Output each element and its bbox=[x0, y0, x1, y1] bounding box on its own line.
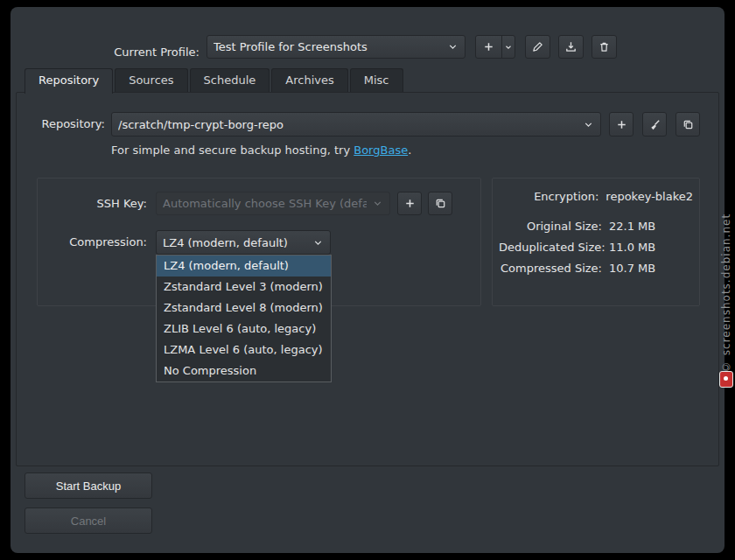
add-profile-button[interactable] bbox=[475, 35, 502, 59]
repository-select[interactable]: /scratch/tmp-crypt-borg-repo bbox=[111, 112, 601, 136]
compression-option-lzma6[interactable]: LZMA Level 6 (auto, legacy) bbox=[157, 340, 331, 360]
repository-label: Repository: bbox=[18, 112, 105, 136]
borgbase-link[interactable]: BorgBase bbox=[354, 144, 408, 157]
chevron-down-icon bbox=[372, 198, 383, 209]
plus-icon bbox=[615, 118, 628, 131]
compressed-size-label: Compressed Size: bbox=[499, 262, 602, 275]
import-icon bbox=[564, 40, 578, 53]
edit-profile-button[interactable] bbox=[525, 35, 550, 59]
vorta-window: Current Profile: Test Profile for Screen… bbox=[10, 7, 724, 553]
compression-option-zlib6[interactable]: ZLIB Level 6 (auto, legacy) bbox=[157, 318, 331, 340]
tab-sources[interactable]: Sources bbox=[115, 68, 187, 92]
copy-ssh-key-button[interactable] bbox=[428, 192, 452, 215]
delete-profile-button[interactable] bbox=[592, 35, 617, 59]
deduplicated-size-label: Deduplicated Size: bbox=[499, 241, 602, 254]
borgbase-hint-suffix: . bbox=[408, 144, 411, 157]
copy-repository-button[interactable] bbox=[676, 112, 700, 136]
compression-option-lz4[interactable]: LZ4 (modern, default) bbox=[157, 256, 331, 276]
tab-archives[interactable]: Archives bbox=[271, 68, 347, 92]
trash-icon bbox=[598, 40, 611, 53]
start-backup-button[interactable]: Start Backup bbox=[24, 472, 152, 499]
compression-select[interactable]: LZ4 (modern, default) bbox=[156, 230, 331, 255]
pencil-icon bbox=[531, 40, 544, 53]
broom-icon bbox=[648, 118, 662, 131]
compression-option-zstd8[interactable]: Zstandard Level 8 (modern) bbox=[157, 298, 331, 318]
compressed-size-value: 10.7 MB bbox=[609, 262, 655, 275]
original-size-value: 22.1 MB bbox=[609, 220, 655, 233]
ssh-key-select-value: Automatically choose SSH Key (default) bbox=[163, 197, 367, 210]
main-tab-bar: Repository Sources Schedule Archives Mis… bbox=[24, 68, 405, 93]
compression-dropdown: LZ4 (modern, default) Zstandard Level 3 … bbox=[156, 255, 332, 382]
plus-icon bbox=[403, 197, 416, 210]
chevron-down-icon bbox=[447, 41, 458, 52]
stat-row-original-size: Original Size: 22.1 MB bbox=[499, 220, 693, 233]
chevron-down-icon bbox=[312, 237, 324, 248]
encryption-label: Encryption: bbox=[499, 190, 598, 203]
tab-misc[interactable]: Misc bbox=[350, 68, 403, 92]
borgbase-hint-prefix: For simple and secure backup hosting, tr… bbox=[111, 144, 354, 157]
tab-repository[interactable]: Repository bbox=[24, 68, 113, 94]
copy-icon bbox=[682, 118, 695, 131]
compression-label: Compression: bbox=[37, 230, 147, 255]
profile-select[interactable]: Test Profile for Screenshots bbox=[206, 35, 466, 59]
tab-schedule[interactable]: Schedule bbox=[190, 68, 270, 92]
watermark-text: © screenshots.debian.net bbox=[720, 187, 732, 373]
ssh-key-select[interactable]: Automatically choose SSH Key (default) bbox=[156, 192, 390, 215]
stat-row-encryption: Encryption: repokey-blake2 bbox=[499, 190, 693, 203]
deduplicated-size-value: 11.0 MB bbox=[609, 241, 655, 254]
add-repository-button[interactable] bbox=[609, 112, 634, 136]
add-profile-dropdown-button[interactable] bbox=[501, 35, 515, 59]
stat-row-compressed-size: Compressed Size: 10.7 MB bbox=[499, 262, 693, 275]
original-size-label: Original Size: bbox=[499, 220, 602, 233]
copy-icon bbox=[434, 197, 447, 210]
import-profile-button[interactable] bbox=[558, 35, 584, 59]
compression-option-zstd3[interactable]: Zstandard Level 3 (modern) bbox=[157, 276, 331, 298]
add-ssh-key-button[interactable] bbox=[397, 192, 422, 215]
encryption-value: repokey-blake2 bbox=[606, 190, 693, 203]
stat-row-deduplicated-size: Deduplicated Size: 11.0 MB bbox=[499, 241, 693, 254]
repository-select-value: /scratch/tmp-crypt-borg-repo bbox=[118, 118, 578, 131]
screenshot-root: Current Profile: Test Profile for Screen… bbox=[0, 0, 735, 560]
chevron-down-icon bbox=[504, 43, 513, 52]
profile-select-value: Test Profile for Screenshots bbox=[214, 40, 442, 53]
borgbase-hint: For simple and secure backup hosting, tr… bbox=[111, 144, 411, 157]
compression-select-value: LZ4 (modern, default) bbox=[163, 236, 307, 249]
compression-option-none[interactable]: No Compression bbox=[157, 360, 331, 382]
plus-icon bbox=[482, 40, 495, 53]
cancel-button[interactable]: Cancel bbox=[24, 508, 152, 534]
ssh-key-label: SSH Key: bbox=[37, 192, 147, 215]
repository-unlink-button[interactable] bbox=[642, 112, 667, 136]
watermark-logo-icon bbox=[719, 371, 733, 388]
chevron-down-icon bbox=[583, 119, 594, 130]
current-profile-label: Current Profile: bbox=[46, 40, 200, 64]
